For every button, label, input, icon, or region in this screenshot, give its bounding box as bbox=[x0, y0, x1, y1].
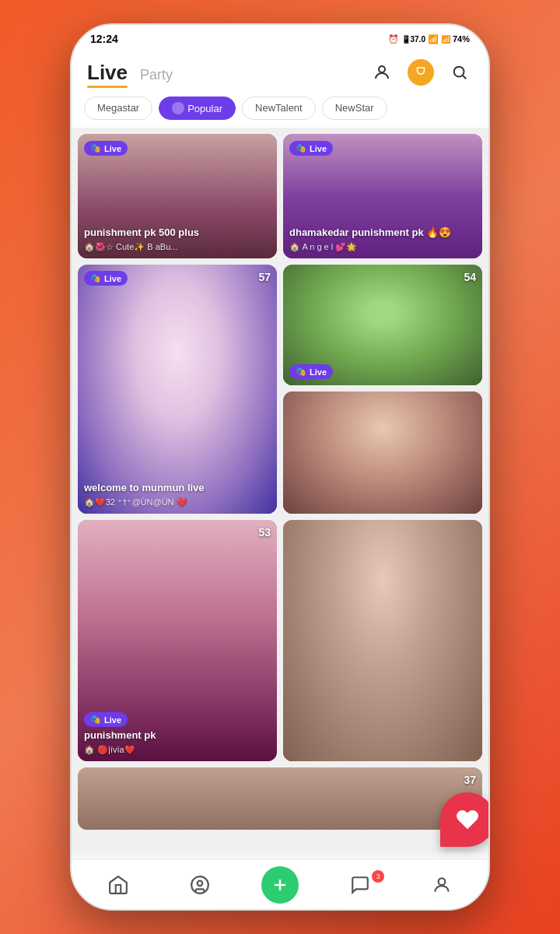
live-badge-3: 🎭 Live bbox=[84, 271, 128, 286]
svg-point-4 bbox=[197, 880, 202, 886]
message-badge: 3 bbox=[372, 870, 384, 883]
status-bar: 12:24 ⏰ 📱37.0 📶 📶 74% bbox=[72, 25, 488, 53]
filter-newstar[interactable]: NewStar bbox=[322, 97, 387, 120]
tab-live[interactable]: Live bbox=[87, 61, 128, 85]
card-1-user: 🏠🌺☆ Cute✨ B aBu... bbox=[84, 242, 271, 252]
nav-add-button[interactable] bbox=[261, 866, 299, 904]
live-badge-2: 🎭 Live bbox=[289, 141, 333, 156]
card-3[interactable]: 🎭 Live 57 welcome to munmun live 🏠❤️32 ⁺… bbox=[78, 265, 277, 514]
status-icons: ⏰ 📱37.0 📶 📶 74% bbox=[388, 34, 471, 44]
card-5-title: punishment pk bbox=[84, 729, 271, 743]
card-2-user: 🏠 A n g e l 💕🌟 bbox=[289, 242, 476, 252]
signal-icon: 📶 bbox=[441, 35, 450, 44]
card-3-title: welcome to munmun live bbox=[84, 482, 271, 495]
card-7[interactable]: 37 bbox=[78, 767, 482, 830]
live-icon-2: 🎭 bbox=[296, 143, 306, 153]
card-tall[interactable] bbox=[283, 520, 482, 761]
nav-discover[interactable] bbox=[180, 872, 219, 898]
live-icon-3: 🎭 bbox=[90, 273, 101, 283]
card-1[interactable]: 🎭 Live punishment pk 500 plus 🏠🌺☆ Cute✨ … bbox=[78, 134, 277, 258]
nav-messages[interactable]: 3 bbox=[341, 872, 380, 898]
live-badge-4: 🎭 Live bbox=[289, 364, 333, 379]
viewer-count-4: 54 bbox=[464, 271, 476, 283]
bottom-nav: 3 bbox=[72, 859, 488, 909]
search-button[interactable] bbox=[446, 59, 473, 86]
card-2[interactable]: 🎭 Live dhamakedar punishment pk 🔥😍 🏠 A n… bbox=[283, 134, 482, 258]
card-6[interactable] bbox=[283, 392, 482, 514]
live-icon-5: 🎭 bbox=[90, 715, 101, 725]
viewer-count-3: 57 bbox=[258, 271, 271, 283]
nav-home[interactable] bbox=[99, 872, 138, 898]
viewer-count-7: 37 bbox=[464, 774, 476, 786]
tab-party[interactable]: Party bbox=[140, 67, 173, 83]
filter-newtalent[interactable]: NewTalent bbox=[242, 97, 316, 120]
battery-percent: 74% bbox=[453, 34, 470, 44]
status-time: 12:24 bbox=[90, 33, 118, 45]
battery-icon: 📱37.0 bbox=[401, 35, 425, 44]
content-area: 🎭 Live punishment pk 500 plus 🏠🌺☆ Cute✨ … bbox=[72, 128, 488, 853]
viewer-count-5: 53 bbox=[258, 526, 271, 539]
live-badge-5: 🎭 Live bbox=[84, 712, 128, 727]
svg-point-0 bbox=[379, 66, 385, 72]
svg-point-1 bbox=[454, 67, 464, 77]
wifi-icon: 📶 bbox=[428, 34, 439, 44]
card-1-title: punishment pk 500 plus bbox=[84, 226, 271, 240]
filter-popular[interactable]: Popular bbox=[159, 97, 236, 120]
filter-megastar[interactable]: Megastar bbox=[84, 97, 152, 120]
header: Live Party bbox=[72, 53, 488, 89]
profile-button[interactable] bbox=[369, 59, 395, 86]
trophy-button[interactable] bbox=[408, 59, 434, 86]
live-badge-1: 🎭 Live bbox=[84, 141, 128, 156]
svg-line-2 bbox=[463, 75, 466, 79]
card-4[interactable]: 54 🎭 Live bbox=[283, 265, 482, 385]
svg-point-7 bbox=[438, 878, 445, 885]
alarm-icon: ⏰ bbox=[388, 34, 399, 44]
card-2-title: dhamakedar punishment pk 🔥😍 bbox=[289, 226, 476, 240]
card-3-user: 🏠❤️32 ⁺†⁺@ÙN@ÙN ❤️ bbox=[84, 497, 271, 507]
card-5[interactable]: 53 🎭 Live punishment pk 🏠 🔴|ívía❤️ bbox=[78, 520, 277, 761]
nav-profile[interactable] bbox=[422, 872, 461, 898]
heart-fab[interactable] bbox=[440, 792, 490, 847]
live-icon-1: 🎭 bbox=[90, 143, 101, 153]
live-icon-4: 🎭 bbox=[296, 367, 306, 377]
card-5-user: 🏠 🔴|ívía❤️ bbox=[84, 745, 271, 755]
phone-frame: 12:24 ⏰ 📱37.0 📶 📶 74% Live Party bbox=[70, 23, 490, 911]
filter-bar: Megastar Popular NewTalent NewStar bbox=[72, 89, 488, 128]
